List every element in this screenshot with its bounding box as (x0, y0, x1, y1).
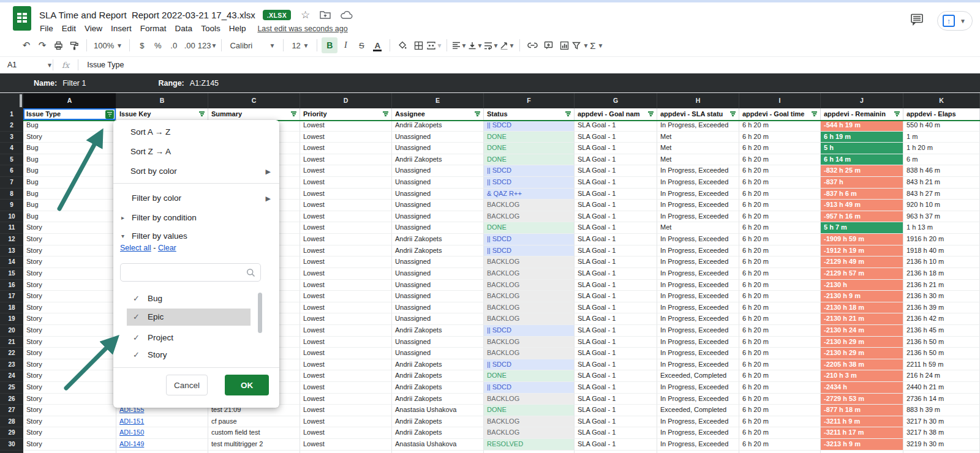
cell-assignee[interactable]: Andrii Zakopets (392, 370, 484, 382)
cell-goal-name[interactable]: SLA Goal - 1 (575, 189, 657, 200)
cell-issue-type[interactable]: Story (23, 394, 116, 405)
row-number[interactable]: 3 (0, 132, 23, 143)
clear-link[interactable]: Clear (158, 244, 176, 252)
cell-remaining[interactable]: -2130 h (821, 280, 903, 291)
last-edit-link[interactable]: Last edit was seconds ago (257, 24, 347, 33)
cell-goal-name[interactable]: SLA Goal - 1 (575, 416, 657, 428)
cell-priority[interactable]: Lowest (300, 245, 392, 257)
cell-sla-status[interactable]: In Progress, Exceeded (657, 325, 739, 337)
font-select[interactable]: Calibri▼ (226, 37, 279, 53)
active-filter-button[interactable] (105, 110, 114, 119)
cell-assignee[interactable]: Andrii Zakopets (392, 416, 484, 428)
redo-button[interactable]: ↷ (34, 37, 50, 53)
cell-issue-type[interactable]: Story (23, 280, 116, 291)
cell-assignee[interactable]: Unassigned (392, 313, 484, 325)
merge-cells-button[interactable]: ▼ (426, 37, 442, 53)
cell-issue-type[interactable]: Story (23, 337, 116, 348)
cell-goal-time[interactable]: 6 h 20 m (739, 427, 821, 439)
cell-priority[interactable]: Lowest (300, 234, 392, 245)
cell-assignee[interactable]: Andrii Zakopets (392, 325, 484, 337)
cell-issue-type[interactable]: Story (23, 348, 116, 359)
filter-value-story[interactable]: ✓Story (113, 346, 279, 364)
cell-elapsed[interactable]: 216 h 24 m (903, 370, 980, 382)
menu-item-sort-za[interactable]: Sort Z → A (113, 143, 279, 160)
menu-item-filter-by-color[interactable]: Filter by color▶ (113, 190, 279, 207)
cell-elapsed[interactable]: 2136 h 50 m (903, 337, 980, 348)
filter-icon[interactable] (812, 111, 817, 116)
cell-assignee[interactable]: Andrii Zakopets (392, 234, 484, 245)
cell-remaining[interactable]: -2130 h 29 m (821, 337, 903, 348)
cell-assignee[interactable]: Unassigned (392, 211, 484, 223)
cell-status[interactable]: || SDCD (484, 382, 575, 394)
cell-priority[interactable]: Lowest (300, 268, 392, 280)
cell-status[interactable]: BACKLOG (484, 211, 575, 223)
column-header-a[interactable]: A (23, 93, 116, 108)
strikethrough-button[interactable]: S (353, 37, 369, 53)
menu-item-sort-by-color[interactable]: Sort by color▶ (113, 163, 279, 180)
cell-goal-time[interactable]: 6 h 20 m (739, 359, 821, 371)
increase-decimal-button[interactable]: .00 (182, 37, 198, 53)
insert-link-button[interactable] (524, 37, 540, 53)
cell-elapsed[interactable]: 550 h 40 m (903, 120, 980, 132)
cell-issue-type[interactable]: Bug (23, 189, 116, 200)
cell-remaining[interactable]: -2130 h 29 m (821, 348, 903, 359)
column-header-d[interactable]: D (300, 93, 392, 108)
cell-status[interactable]: DONE (484, 405, 575, 416)
cell-sla-status[interactable]: In Progress, Exceeded (657, 189, 739, 200)
cell-goal-name[interactable]: SLA Goal - 1 (575, 439, 657, 451)
cell-elapsed[interactable]: 2136 h 42 m (903, 313, 980, 325)
cell-remaining[interactable]: -2205 h 38 m (821, 359, 903, 371)
text-wrap-button[interactable]: ▼ (483, 37, 499, 53)
cell-goal-time[interactable]: 6 h 20 m (739, 337, 821, 348)
cell-goal-name[interactable]: SLA Goal - 1 (575, 234, 657, 245)
cell-sla-status[interactable]: In Progress, Exceeded (657, 280, 739, 291)
cell-remaining[interactable]: -2434 h (821, 382, 903, 394)
cell-summary[interactable]: cf pause (208, 416, 300, 428)
cell-goal-name[interactable]: SLA Goal - 1 (575, 337, 657, 348)
zoom-select[interactable]: 100% ▼ (91, 37, 125, 53)
issue-key-link[interactable]: ADI-149 (119, 440, 144, 447)
cell-sla-status[interactable]: In Progress, Exceeded (657, 165, 739, 177)
cell-goal-name[interactable]: SLA Goal - 1 (575, 211, 657, 223)
row-number[interactable]: 20 (0, 325, 23, 337)
cell-goal-time[interactable]: 6 h 20 m (739, 348, 821, 359)
bold-button[interactable]: B (322, 37, 337, 53)
cell-issue-type[interactable]: Story (23, 291, 116, 302)
share-caret-icon[interactable]: ▼ (960, 18, 966, 24)
cell-remaining[interactable]: -544 h 19 m (821, 120, 903, 132)
filter-icon[interactable] (894, 111, 900, 116)
cell-status[interactable]: BACKLOG (484, 302, 575, 314)
filter-icon[interactable] (383, 111, 388, 116)
cell-sla-status[interactable]: Exceeded, Completed (657, 370, 739, 382)
row-number[interactable]: 25 (0, 382, 23, 394)
cell-assignee[interactable]: Unassigned (392, 348, 484, 359)
filter-value-project[interactable]: ✓Project (113, 329, 279, 346)
cloud-status-icon[interactable] (341, 10, 353, 20)
more-formats-button[interactable]: 123▼ (198, 37, 217, 53)
cell-status[interactable]: DONE (484, 154, 575, 166)
cell-goal-name[interactable]: SLA Goal - 1 (575, 280, 657, 291)
menu-edit[interactable]: Edit (58, 23, 80, 34)
cell-issue-type[interactable]: Bug (23, 143, 116, 154)
cell-status[interactable]: || SDCD (484, 165, 575, 177)
cell-remaining[interactable]: -3211 h 17 m (821, 427, 903, 439)
cell-goal-time[interactable]: 6 h 20 m (739, 405, 821, 416)
format-percent-button[interactable]: % (150, 37, 166, 53)
cell-goal-time[interactable]: 6 h 20 m (739, 439, 821, 451)
cell-issue-type[interactable]: Story (23, 313, 116, 325)
cell-remaining[interactable]: -3211 h 9 m (821, 416, 903, 428)
header-cell-col3[interactable]: Summary (208, 108, 300, 120)
filter-icon[interactable] (199, 111, 205, 116)
cell-remaining[interactable]: -837 h (821, 177, 903, 189)
row-number[interactable]: 30 (0, 439, 23, 451)
cell-elapsed[interactable]: 883 h 39 m (903, 405, 980, 416)
cell-goal-name[interactable]: SLA Goal - 1 (575, 382, 657, 394)
cell-goal-time[interactable]: 6 h 20 m (739, 394, 821, 405)
cell-elapsed[interactable]: 2136 h 21 m (903, 280, 980, 291)
cell-status[interactable]: BACKLOG (484, 200, 575, 211)
cell-priority[interactable]: Lowest (300, 132, 392, 143)
filter-icon[interactable] (565, 111, 571, 116)
cell-priority[interactable]: Lowest (300, 359, 392, 371)
cell-sla-status[interactable]: In Progress, Exceeded (657, 302, 739, 314)
cell-status[interactable]: || SDCD (484, 120, 575, 132)
